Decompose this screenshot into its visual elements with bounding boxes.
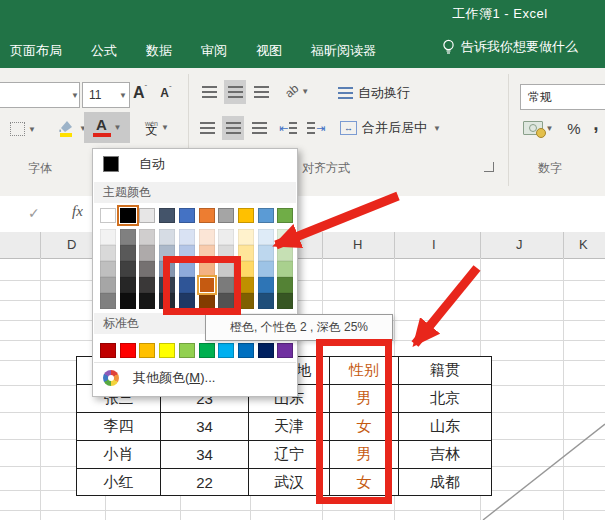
standard-color-swatch[interactable] — [199, 343, 215, 358]
variant-color-swatch[interactable] — [277, 229, 293, 245]
standard-color-swatch[interactable] — [238, 343, 254, 358]
variant-color-swatch[interactable] — [120, 261, 136, 277]
standard-color-swatch[interactable] — [120, 343, 136, 358]
comma-style-button[interactable]: , — [589, 112, 603, 136]
variant-color-swatch[interactable] — [277, 293, 293, 309]
formula-bar[interactable]: ✓ fx — [0, 196, 605, 233]
variant-color-swatch[interactable] — [277, 245, 293, 261]
cell[interactable]: 34 — [161, 413, 249, 441]
variant-color-swatch[interactable] — [120, 245, 136, 261]
variant-color-swatch[interactable] — [139, 229, 155, 245]
tab-福昕阅读器[interactable]: 福昕阅读器 — [309, 38, 378, 64]
decrease-indent-button[interactable]: ⇤ — [276, 116, 300, 140]
shrink-font-button[interactable]: Aˇ — [154, 80, 178, 106]
variant-color-swatch[interactable] — [139, 293, 155, 309]
font-color-button[interactable]: A ▼ — [84, 112, 130, 143]
align-right-button[interactable] — [248, 116, 270, 140]
accounting-format-button[interactable]: ▼ — [518, 114, 558, 142]
tell-me-box[interactable]: 告诉我你想要做什么 — [442, 38, 578, 56]
theme-color-swatch[interactable] — [199, 208, 215, 223]
cell[interactable]: 山东 — [399, 413, 492, 441]
variant-color-swatch[interactable] — [258, 245, 274, 261]
tab-页面布局[interactable]: 页面布局 — [8, 38, 64, 64]
variant-color-swatch[interactable] — [218, 229, 234, 245]
tab-公式[interactable]: 公式 — [89, 38, 119, 64]
standard-color-swatch[interactable] — [179, 343, 195, 358]
borders-button[interactable]: ▼ — [4, 116, 42, 142]
column-header-I[interactable]: I — [432, 237, 436, 252]
variant-color-swatch[interactable] — [100, 245, 116, 261]
cell[interactable]: 小红 — [77, 469, 161, 496]
theme-color-swatch[interactable] — [238, 208, 254, 223]
number-format-combo[interactable]: 常规 — [520, 84, 605, 110]
enter-check-icon[interactable]: ✓ — [28, 205, 40, 221]
standard-color-swatch[interactable] — [100, 343, 116, 358]
tab-视图[interactable]: 视图 — [254, 38, 284, 64]
variant-color-swatch[interactable] — [100, 229, 116, 245]
more-colors-item[interactable]: 其他颜色(M)... — [103, 369, 215, 387]
variant-color-swatch[interactable] — [277, 277, 293, 293]
variant-color-swatch[interactable] — [120, 277, 136, 293]
automatic-color-swatch[interactable] — [103, 156, 119, 172]
theme-color-swatch[interactable] — [218, 208, 234, 223]
theme-color-swatch[interactable] — [258, 208, 274, 223]
font-name-combo[interactable]: ▼ — [0, 82, 80, 108]
cell[interactable]: 22 — [161, 469, 249, 496]
variant-color-swatch[interactable] — [100, 261, 116, 277]
align-middle-button[interactable] — [224, 80, 246, 104]
variant-color-swatch[interactable] — [120, 293, 136, 309]
standard-color-swatch[interactable] — [277, 343, 293, 358]
variant-color-swatch[interactable] — [277, 261, 293, 277]
font-size-combo[interactable]: 11 ▼ — [82, 82, 130, 108]
variant-color-swatch[interactable] — [258, 293, 274, 309]
variant-color-swatch[interactable] — [139, 277, 155, 293]
column-header-J[interactable]: J — [516, 237, 523, 252]
variant-color-swatch[interactable] — [179, 229, 195, 245]
standard-color-swatch[interactable] — [159, 343, 175, 358]
variant-color-swatch[interactable] — [100, 277, 116, 293]
cell[interactable]: 李四 — [77, 413, 161, 441]
variant-color-swatch[interactable] — [139, 245, 155, 261]
theme-color-swatch[interactable] — [179, 208, 195, 223]
automatic-color-label[interactable]: 自动 — [139, 155, 165, 173]
cell[interactable]: 小肖 — [77, 441, 161, 469]
cell[interactable]: 成都 — [399, 469, 492, 496]
variant-color-swatch[interactable] — [139, 261, 155, 277]
variant-color-swatch[interactable] — [100, 293, 116, 309]
alignment-dialog-launcher[interactable] — [484, 162, 494, 172]
cell[interactable]: 籍贯 — [399, 357, 492, 385]
variant-color-swatch[interactable] — [258, 229, 274, 245]
theme-color-swatch[interactable] — [277, 208, 293, 223]
cell[interactable]: 北京 — [399, 385, 492, 413]
fx-icon[interactable]: fx — [72, 203, 83, 220]
align-center-button[interactable] — [222, 116, 244, 140]
theme-color-swatch[interactable] — [100, 208, 116, 223]
column-header-H[interactable]: H — [353, 237, 362, 252]
tab-审阅[interactable]: 审阅 — [199, 38, 229, 64]
theme-color-swatch[interactable] — [159, 208, 175, 223]
align-bottom-button[interactable] — [250, 80, 272, 104]
variant-color-swatch[interactable] — [120, 229, 136, 245]
orientation-button[interactable]: ab ▼ — [282, 78, 312, 104]
percent-style-button[interactable]: % — [563, 116, 585, 140]
variant-color-swatch[interactable] — [258, 261, 274, 277]
theme-color-swatch[interactable] — [139, 208, 155, 223]
standard-color-swatch[interactable] — [218, 343, 234, 358]
align-left-button[interactable] — [196, 116, 218, 140]
cell[interactable]: 吉林 — [399, 441, 492, 469]
standard-color-swatch[interactable] — [258, 343, 274, 358]
increase-indent-button[interactable]: ⇥ — [304, 116, 328, 140]
column-header-D[interactable]: D — [67, 237, 76, 252]
theme-color-swatch[interactable] — [120, 208, 136, 223]
phonetic-guide-button[interactable]: wén 文 ▼ — [136, 112, 178, 142]
column-header-K[interactable]: K — [579, 237, 588, 252]
wrap-text-button[interactable]: 自动换行 — [338, 82, 410, 104]
variant-color-swatch[interactable] — [199, 229, 215, 245]
cell[interactable]: 34 — [161, 441, 249, 469]
variant-color-swatch[interactable] — [159, 229, 175, 245]
variant-color-swatch[interactable] — [238, 229, 254, 245]
standard-color-swatch[interactable] — [139, 343, 155, 358]
tab-数据[interactable]: 数据 — [144, 38, 174, 64]
variant-color-swatch[interactable] — [258, 277, 274, 293]
align-top-button[interactable] — [198, 80, 220, 104]
